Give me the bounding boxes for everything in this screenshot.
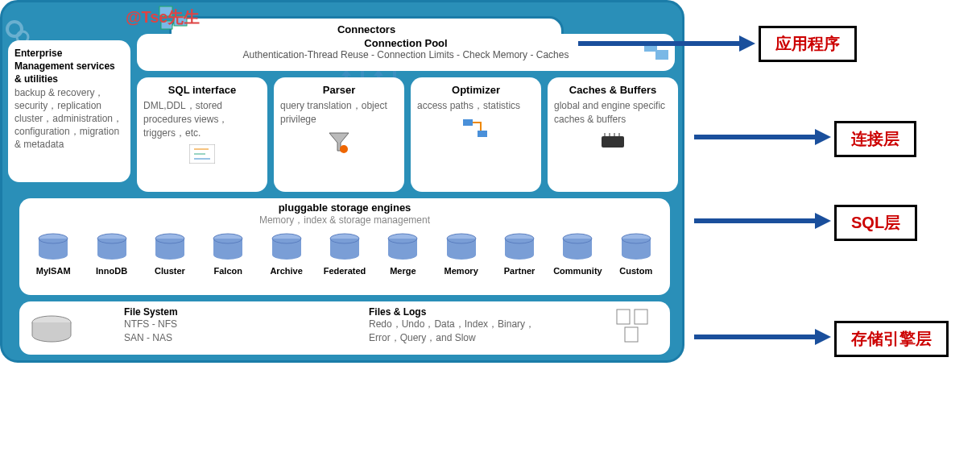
card-title: SQL interface — [143, 84, 261, 96]
optimizer-card: Optimizer access paths，statistics — [411, 77, 541, 192]
svg-rect-12 — [463, 119, 473, 126]
engine-item: Merge — [374, 232, 432, 276]
enterprise-desc: backup & recovery，security，replication c… — [14, 86, 124, 152]
svg-marker-46 — [739, 35, 755, 52]
engine-item: Community — [548, 232, 606, 276]
chip-icon — [554, 131, 672, 156]
card-title: Caches & Buffers — [554, 84, 672, 96]
sql-interface-card: SQL interface DML,DDL，stored procedures … — [137, 77, 267, 192]
engine-item: Custom — [607, 232, 665, 276]
doc-icons — [614, 306, 662, 350]
funnel-icon — [280, 131, 398, 159]
svg-rect-14 — [602, 136, 624, 148]
engines-box: pluggable storage engines Memory，index &… — [19, 198, 670, 295]
card-desc: access paths，statistics — [417, 99, 535, 113]
disk-icon — [27, 306, 124, 350]
list-icon — [143, 144, 261, 168]
label-sql: SQL层 — [834, 205, 917, 241]
card-desc: query translation，object privilege — [280, 99, 398, 127]
label-conn: 连接层 — [834, 121, 916, 157]
flow-icon — [417, 118, 535, 143]
logs-title: Files & Logs — [369, 306, 614, 318]
engine-item: Archive — [258, 232, 316, 276]
fs-desc: NTFS - NFS — [124, 318, 369, 331]
enterprise-box: Enterprise Management services & utiliti… — [8, 40, 130, 182]
svg-marker-48 — [815, 129, 831, 145]
parser-card: Parser query translation，object privileg… — [274, 77, 404, 192]
engine-item: Federated — [316, 232, 374, 276]
logs-desc: Error，Query，and Slow — [369, 331, 614, 345]
svg-point-3 — [7, 22, 22, 36]
caches-card: Caches & Buffers global and engine speci… — [548, 77, 678, 192]
engine-item: MyISAM — [24, 232, 82, 276]
sql-layer-row: SQL interface DML,DDL，stored procedures … — [137, 77, 678, 192]
logs-col: Files & Logs Redo，Undo，Data，Index，Binary… — [369, 306, 614, 350]
card-title: Optimizer — [417, 84, 535, 96]
svg-marker-50 — [815, 213, 831, 229]
svg-rect-43 — [635, 310, 647, 324]
engines-title: pluggable storage engines — [19, 202, 670, 214]
fs-col: File System NTFS - NFS SAN - NAS — [124, 306, 369, 350]
engine-item: Memory — [432, 232, 490, 276]
enterprise-title: Enterprise Management services & utiliti… — [14, 47, 124, 86]
svg-rect-42 — [617, 310, 630, 324]
engines-subtitle: Memory，index & storage management — [19, 214, 670, 227]
card-title: Parser — [280, 84, 398, 96]
engine-item: Falcon — [199, 232, 257, 276]
label-storage: 存储引擎层 — [834, 321, 949, 357]
logs-desc: Redo，Undo，Data，Index，Binary， — [369, 318, 614, 331]
card-desc: DML,DDL，stored procedures views，triggers… — [143, 99, 261, 139]
watermark: @Tse先生 — [126, 6, 200, 28]
engine-item: Partner — [490, 232, 548, 276]
filesystem-box: File System NTFS - NFS SAN - NAS Files &… — [19, 301, 670, 355]
fs-desc: SAN - NAS — [124, 331, 369, 345]
svg-rect-44 — [625, 327, 638, 342]
engine-item: Cluster — [141, 232, 199, 276]
engines-row: MyISAMInnoDBClusterFalconArchiveFederate… — [19, 232, 670, 276]
arrow-to-conn — [694, 126, 831, 148]
card-desc: global and engine specific caches & buff… — [554, 99, 672, 127]
server-title: MySQL Server — [840, 5, 961, 26]
svg-rect-13 — [478, 131, 487, 137]
arrow-to-sql — [694, 210, 831, 232]
svg-point-11 — [340, 145, 348, 153]
arrow-to-storage — [694, 326, 831, 348]
svg-marker-52 — [815, 329, 831, 345]
fs-title: File System — [124, 306, 369, 318]
arrow-to-app — [578, 32, 755, 55]
label-app: 应用程序 — [759, 26, 857, 62]
engine-item: InnoDB — [83, 232, 141, 276]
